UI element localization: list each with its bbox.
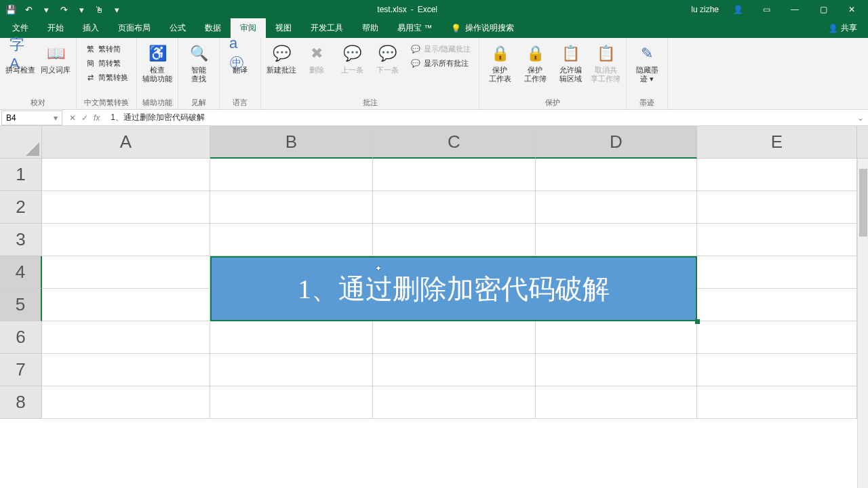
group-insights: 🔍 智能查找 见解 (178, 38, 220, 109)
app-name: Excel (418, 5, 437, 14)
unshare-workbook-button: 📋 取消共享工作簿 (589, 40, 622, 86)
grid-area[interactable]: 1 2 3 4 5 6 7 8 1、通过删除加密代码破解 (0, 159, 868, 488)
tab-home[interactable]: 开始 (38, 18, 73, 38)
close-button[interactable]: ✕ (838, 0, 865, 19)
group-proofing: 字A 拼写检查 📖 同义词库 校对 (0, 38, 77, 109)
tab-developer[interactable]: 开发工具 (301, 18, 353, 38)
hide-ink-button[interactable]: ✎ 隐藏墨迹 ▾ (631, 40, 663, 86)
row-header-4[interactable]: 4 (0, 256, 42, 289)
showall-icon: 💬 (410, 59, 421, 68)
group-accessibility: ♿ 检查辅助功能 辅助功能 (137, 38, 178, 109)
spellcheck-button[interactable]: 字A 拼写检查 (4, 40, 37, 77)
formula-bar: B4 ▾ ✕ ✓ fx 1、通过删除加密代码破解 ⌄ (0, 110, 868, 126)
fill-handle[interactable] (695, 319, 700, 324)
to-traditional-button[interactable]: 簡简转繁 (82, 57, 131, 70)
protect-workbook-icon: 🔒 (524, 43, 546, 64)
translate-button[interactable]: a㊥ 翻译 (224, 40, 256, 77)
vertical-scrollbar[interactable] (857, 159, 868, 488)
undo-button[interactable]: ↶ (20, 1, 37, 18)
minimize-button[interactable]: — (781, 0, 808, 19)
accessibility-check-button[interactable]: ♿ 检查辅助功能 (141, 40, 174, 86)
row-header-7[interactable]: 7 (0, 354, 42, 386)
undo-dropdown[interactable]: ▾ (38, 1, 54, 18)
showhide-icon: 💬 (410, 45, 421, 54)
delete-comment-button: ✖ 删除 (300, 40, 333, 77)
to-simplified-icon: 繁 (85, 44, 96, 54)
row-header-1[interactable]: 1 (0, 159, 42, 191)
save-button[interactable]: 💾 (3, 1, 19, 18)
tab-view[interactable]: 视图 (266, 18, 301, 38)
title-bar: 💾 ↶ ▾ ↷ ▾ 🖱 ▾ test.xlsx - Excel lu zizhe… (0, 0, 868, 19)
col-header-B[interactable]: B (210, 126, 373, 159)
delete-comment-icon: ✖ (306, 43, 328, 64)
quick-access-toolbar: 💾 ↶ ▾ ↷ ▾ 🖱 ▾ (0, 1, 127, 18)
formula-expand[interactable]: ⌄ (853, 113, 868, 123)
tab-formulas[interactable]: 公式 (160, 18, 195, 38)
group-language: a㊥ 翻译 语言 (220, 38, 261, 109)
smart-lookup-button[interactable]: 🔍 智能查找 (182, 40, 215, 86)
tab-pagelayout[interactable]: 页面布局 (108, 18, 160, 38)
redo-dropdown[interactable]: ▾ (73, 1, 90, 18)
row-header-2[interactable]: 2 (0, 191, 42, 224)
allow-edit-icon: 📋 (559, 43, 581, 64)
thesaurus-icon: 📖 (45, 43, 66, 64)
ribbon-tabs: 文件 开始 插入 页面布局 公式 数据 审阅 视图 开发工具 帮助 易用宝 ™ … (0, 19, 868, 38)
formula-input[interactable]: 1、通过删除加密代码破解 (106, 112, 853, 123)
redo-button[interactable]: ↷ (56, 1, 72, 18)
next-comment-icon: 💬 (376, 43, 398, 64)
qat-customize[interactable]: ▾ (108, 1, 125, 18)
thesaurus-button[interactable]: 📖 同义词库 (39, 40, 72, 77)
next-comment-button: 💬 下一条 (371, 40, 403, 77)
tab-easyuse[interactable]: 易用宝 ™ (388, 18, 441, 38)
allow-edit-button[interactable]: 📋 允许编辑区域 (554, 40, 587, 86)
to-simplified-button[interactable]: 繁繁转简 (82, 43, 131, 56)
col-header-D[interactable]: D (536, 126, 697, 159)
protect-workbook-button[interactable]: 🔒 保护工作簿 (519, 40, 551, 86)
row-header-3[interactable]: 3 (0, 224, 42, 256)
column-headers: A B C D E (0, 126, 868, 159)
grid-rows: 1 2 3 4 5 6 7 8 (0, 159, 868, 488)
filename: test.xlsx (377, 5, 406, 14)
tellme[interactable]: 💡 操作说明搜索 (441, 18, 524, 38)
tab-data[interactable]: 数据 (195, 18, 231, 38)
title-text: test.xlsx - Excel (127, 5, 687, 14)
prev-comment-button: 💬 上一条 (336, 40, 368, 77)
accessibility-icon: ♿ (146, 43, 168, 64)
col-header-E[interactable]: E (697, 126, 857, 159)
ribbon-display-button[interactable]: ▭ (753, 0, 780, 19)
showall-comments-button[interactable]: 💬显示所有批注 (408, 57, 473, 70)
name-box[interactable]: B4 ▾ (1, 110, 62, 125)
col-header-A[interactable]: A (42, 126, 210, 159)
cell-B4-merged[interactable]: 1、通过删除加密代码破解 (210, 256, 697, 321)
share-button[interactable]: 共享 (841, 22, 857, 34)
translate-icon: a㊥ (229, 43, 251, 64)
protect-sheet-button[interactable]: 🔒 保护工作表 (484, 40, 516, 86)
maximize-button[interactable]: ▢ (810, 0, 837, 19)
prev-comment-icon: 💬 (341, 43, 363, 64)
username: lu zizhe (687, 5, 723, 14)
convert-button[interactable]: ⇄简繁转换 (82, 71, 131, 84)
search-icon: 🔍 (188, 43, 210, 64)
unshare-icon: 📋 (595, 43, 616, 64)
row-header-5[interactable]: 5 (0, 289, 42, 321)
mouse-mode-button[interactable]: 🖱 (91, 1, 107, 18)
tab-insert[interactable]: 插入 (73, 18, 108, 38)
to-traditional-icon: 簡 (85, 58, 96, 68)
group-chinese: 繁繁转简 簡简转繁 ⇄简繁转换 中文简繁转换 (77, 38, 137, 109)
group-ink: ✎ 隐藏墨迹 ▾ 墨迹 (627, 38, 668, 109)
new-comment-button[interactable]: 💬 新建批注 (265, 40, 298, 77)
fx-icon[interactable]: fx (94, 113, 100, 123)
ink-icon: ✎ (636, 43, 658, 64)
row-header-6[interactable]: 6 (0, 321, 42, 354)
cancel-icon[interactable]: ✕ (69, 113, 76, 123)
new-comment-icon: 💬 (271, 43, 292, 64)
tab-help[interactable]: 帮助 (353, 18, 388, 38)
col-header-C[interactable]: C (373, 126, 536, 159)
showhide-comment-button: 💬显示/隐藏批注 (408, 43, 473, 56)
row-header-8[interactable]: 8 (0, 386, 42, 419)
user-avatar[interactable]: 👤 (724, 0, 751, 19)
group-comments: 💬 新建批注 ✖ 删除 💬 上一条 💬 下一条 💬显示/隐藏批注 💬显示所有批注… (261, 38, 479, 109)
ribbon: 字A 拼写检查 📖 同义词库 校对 繁繁转简 簡简转繁 ⇄简繁转换 中文简繁转换… (0, 38, 868, 110)
enter-icon[interactable]: ✓ (81, 113, 88, 123)
select-all-corner[interactable] (0, 126, 42, 159)
